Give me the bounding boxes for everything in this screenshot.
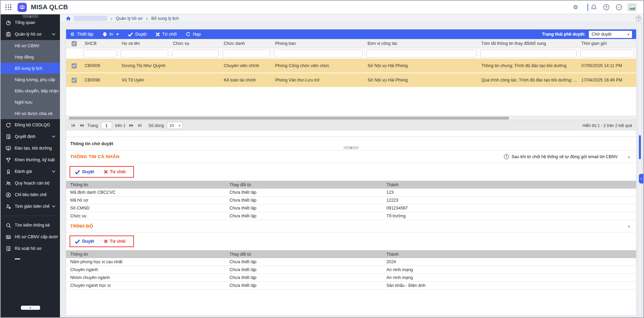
caret-down-icon: ▾ [628,33,629,36]
sidebar-item-dieu-chuyen-tiep-nhan[interactable]: Điều chuyển, tiếp nhận [1,85,60,97]
breadcrumb-separator: › [111,16,112,21]
caret-down-icon [116,34,119,35]
detail-row: Mã hồ sơ Chưa thiết lập 12223 [66,196,636,204]
reload-button[interactable]: Nạp [186,32,201,37]
breadcrumb-redacted [74,16,107,21]
sidebar-item-khen-thuong-ky-luat[interactable]: Khen thưởng, kỷ luật [1,154,60,166]
splitter-handle[interactable]: ▲ [344,146,359,149]
sidebar-item-tinh-gian-bien-che[interactable]: Tinh giản biên chế [1,201,60,212]
sync-icon [5,122,11,128]
help-icon[interactable]: ? [636,16,641,21]
sidebar-item-nang-luong-phu-cap[interactable]: Nâng lương, phụ cấp [1,74,60,85]
collapse-section-icon[interactable]: ▲ [627,155,631,158]
previous-page-button[interactable] [79,123,84,128]
results-summary: Hiển thị 1 - 2 trên 2 kết quả [582,123,632,128]
detail-row: Chuyên ngành Chưa thiết lập An ninh mạng [66,266,636,274]
reject-button[interactable]: Từ chối [156,32,177,37]
broken-image-icon [629,4,635,10]
sidebar-item-quyet-dinh[interactable]: Quyết định [1,131,60,142]
table-row[interactable]: CB0098 Vũ Tố Uyên Kế toán tài chính Phòn… [66,73,636,88]
app-grid-icon[interactable] [5,4,11,10]
detail-column-header: Thành [382,252,636,257]
column-header[interactable]: Họ và tên [119,41,170,46]
last-page-button[interactable] [137,123,143,128]
row-checkbox[interactable] [72,78,77,83]
print-button[interactable]: In [102,32,119,37]
column-header[interactable]: Tóm tắt thông tin thay đổi/bổ sung [479,41,579,46]
filter-input-thoi-gian-gui[interactable] [580,50,634,58]
detail-row: Chuyên ngành học vị Chưa thiết lập Sân k… [66,282,636,290]
sidebar-item-dao-tao-boi-duong[interactable]: Đào tạo, bồi dưỡng [1,142,60,154]
approve-button[interactable]: Duyệt [128,32,147,37]
collapse-panel-handle[interactable]: ‹ [639,174,643,183]
filter-input-chuc-vu[interactable] [172,50,219,58]
sidebar-item-hop-dong[interactable]: Hợp đồng [1,51,60,63]
filter-input-don-vi-cong-tac[interactable] [367,50,476,58]
user-avatar[interactable] [628,3,636,11]
help-icon[interactable]: ? [603,3,610,11]
approve-section-button[interactable]: Duyệt [75,239,94,244]
column-header[interactable]: Đơn vị công tác [365,41,479,46]
reject-section-button[interactable]: Từ chối [104,239,126,244]
detail-row: Số CMND Chưa thiết lập 091234567 [66,204,636,212]
approve-section-button[interactable]: Duyệt [75,169,94,174]
sidebar-item-nghi-huu[interactable]: Nghỉ hưu [1,97,60,108]
more-options-icon[interactable] [615,3,623,11]
id-badge-icon [5,31,11,37]
horizontal-scrollbar-thumb[interactable] [69,117,509,119]
first-page-button[interactable] [70,123,76,128]
collapse-section-icon[interactable]: ▲ [627,224,631,228]
breadcrumb-separator: › [146,16,148,21]
sidebar-item-quan-ly-ho-so[interactable]: Quản lý hồ sơ [1,28,60,40]
filter-input-ho-va-ten[interactable] [121,50,168,58]
reject-section-button[interactable]: Từ chối [104,169,126,174]
sidebar-menu: Tổng quan Quản lý hồ sơ Hồ sơ CBNV Hợp đ… [1,17,60,259]
sidebar-item-chi-tieu-bien-che[interactable]: Chỉ tiêu biên chế [1,189,60,201]
filter-input-tom-tat[interactable] [480,50,577,58]
sidebar-scroll-down-handle[interactable]: ▼ [21,306,40,310]
sidebar-item-tong-quan[interactable]: Tổng quan [1,17,60,28]
horizontal-scrollbar[interactable] [66,116,636,120]
cell-chuc-danh: Kế toán tài chính [221,78,272,82]
svg-text:?: ? [605,5,607,9]
sidebar-item-bo-sung-ly-lich[interactable]: Bổ sung lý lịch [1,63,60,74]
x-icon [104,239,108,243]
printer-icon [102,32,107,37]
home-icon[interactable] [66,16,71,21]
cell-thoi-gian-gui: 07/05/2025 14:11 PM [579,63,636,68]
approval-status-select[interactable]: Chờ duyệt ▾ [589,31,632,38]
settings-gear-icon[interactable]: ⚙ [572,3,579,11]
breadcrumb-item-quan-ly-ho-so[interactable]: Quản lý hồ sơ [116,16,143,21]
monitor-icon [5,145,11,151]
column-header[interactable]: Chức danh [221,41,272,46]
sidebar-item-ra-soat-ho-so[interactable]: Rà soát hồ sơ [1,243,60,254]
column-header[interactable]: Thời gian gửi [579,41,636,46]
app-logo-icon[interactable] [17,3,27,12]
sidebar-item-ho-so-cbnv[interactable]: Hồ sơ CBNV [1,40,60,51]
next-page-button[interactable] [129,123,134,128]
vertical-scrollbar-thumb[interactable] [639,135,641,159]
column-header[interactable]: Chức vụ [170,41,221,46]
rows-per-page-select[interactable]: 10 ▾ [167,122,183,129]
notifications-bell-icon[interactable] [590,3,597,11]
table-row[interactable]: CB0009 Dương Thị Như Quỳnh Chuyên viên c… [66,59,636,73]
row-checkbox[interactable] [72,63,77,68]
filter-input-shcb[interactable] [84,50,117,58]
sidebar-item-dong-bo-csdlqg[interactable]: Đồng bộ CSDLQG [1,119,60,131]
sidebar-item-quy-hoach-can-bo[interactable]: Quy hoạch cán bộ [1,177,60,189]
page-number-input[interactable] [101,122,112,129]
check-icon [128,32,133,37]
cell-don-vi-cong-tac: Sở Nội vụ Hải Phòng [365,63,479,68]
filter-input-chuc-danh[interactable] [223,50,270,58]
setup-button[interactable]: ⚙ Thiết lập [70,32,94,37]
sidebar-item-ho-so-cbnv-cap-duoi[interactable]: Hồ sơ CBNV cấp dưới [1,231,60,243]
column-header[interactable]: SHCB [82,41,119,46]
vertical-scrollbar[interactable] [638,23,642,315]
sidebar-item-ho-so-duoc-chia-se[interactable]: Hồ sơ được chia sẻ [1,108,60,119]
select-all-checkbox[interactable] [72,41,77,46]
sidebar-item-tim-kiem-thong-ke[interactable]: Tìm kiếm thống kê [1,219,60,231]
column-header[interactable]: Phòng ban [272,41,365,46]
panel-splitter[interactable]: ▲ [66,145,636,150]
sidebar-item-danh-gia[interactable]: Đánh giá [1,166,60,177]
filter-input-phong-ban[interactable] [274,50,363,58]
